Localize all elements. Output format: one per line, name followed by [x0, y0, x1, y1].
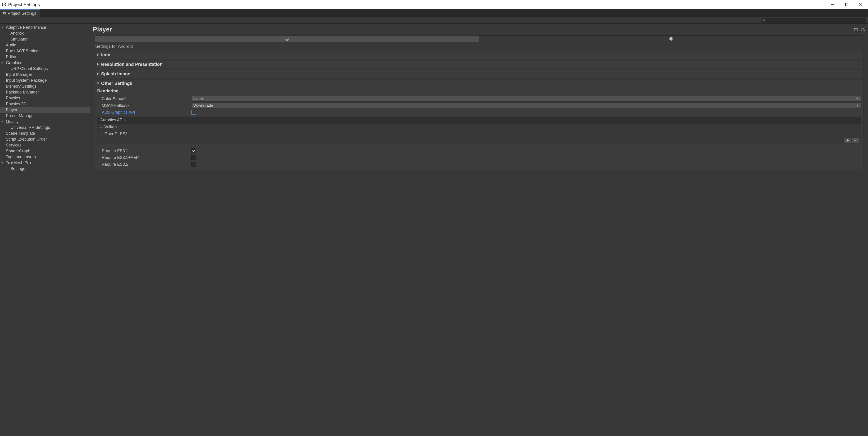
gear-icon — [2, 11, 6, 15]
foldout-other: Other Settings Rendering Color Space* Li… — [95, 79, 864, 170]
label-require-es31aep: Require ES3.1+AEP — [102, 155, 191, 160]
sidebar-item-urp-global-settings[interactable]: URP Global Settings — [0, 66, 90, 71]
svg-rect-14 — [862, 30, 863, 31]
sidebar-item-label: Simulator — [10, 37, 28, 42]
sidebar-item-shadergraph[interactable]: ShaderGraph — [0, 148, 90, 154]
window-title: Project Settings — [8, 2, 40, 7]
tab-project-settings[interactable]: Project Settings — [0, 9, 40, 17]
platform-tab-standalone[interactable] — [95, 35, 479, 42]
row-require-es32: Require ES3.2 — [97, 161, 861, 168]
tab-label: Project Settings — [8, 11, 36, 16]
page-title: Player — [93, 26, 112, 33]
platform-tab-android[interactable] — [479, 35, 864, 42]
sidebar-item-label: ShaderGraph — [6, 149, 30, 154]
sidebar-item-burst-aot-settings[interactable]: Burst AOT Settings — [0, 48, 90, 54]
chevron-icon — [1, 162, 3, 164]
checkbox-auto-graphics-api[interactable] — [191, 110, 196, 115]
search-field[interactable] — [761, 18, 866, 23]
sidebar-item-label: Services — [6, 143, 22, 147]
row-auto-graphics-api: Auto Graphics API — [97, 109, 861, 116]
rendering-header: Rendering — [97, 89, 861, 94]
sidebar-item-editor[interactable]: Editor — [0, 54, 90, 60]
svg-rect-17 — [285, 37, 289, 40]
sidebar-item-label: Android — [10, 31, 25, 36]
window-titlebar: Project Settings — [0, 0, 868, 9]
sidebar-item-label: Scene Template — [6, 131, 35, 136]
graphics-api-item[interactable]: ═ OpenGLES3 — [97, 130, 861, 137]
graphics-apis-list: Graphics APIs ═ Vulkan ═ OpenGLES3 + − — [97, 116, 861, 144]
row-msaa: MSAA Fallback Downgrade — [97, 102, 861, 109]
svg-rect-12 — [862, 28, 863, 29]
close-button[interactable] — [858, 1, 864, 8]
foldout-header-other[interactable]: Other Settings — [95, 79, 863, 87]
label-auto-graphics-api: Auto Graphics API — [102, 110, 191, 115]
platform-tabs — [95, 35, 864, 42]
sidebar-item-services[interactable]: Services — [0, 142, 90, 148]
sidebar-item-label: Player — [6, 107, 18, 112]
chevron-icon — [1, 27, 3, 28]
sidebar-item-physics-2d[interactable]: Physics 2D — [0, 101, 90, 107]
sidebar-item-label: Audio — [6, 43, 16, 47]
graphics-api-label: OpenGLES3 — [104, 132, 128, 136]
settings-sidebar[interactable]: Adaptive PerformanceAndroidSimulatorAudi… — [0, 24, 90, 436]
preset-icon[interactable] — [861, 27, 865, 31]
sidebar-item-script-execution-order[interactable]: Script Execution Order — [0, 136, 90, 142]
sidebar-item-preset-manager[interactable]: Preset Manager — [0, 113, 90, 119]
monitor-icon — [285, 36, 289, 41]
chevron-down-icon — [856, 98, 859, 99]
sidebar-item-label: Graphics — [6, 61, 22, 65]
sidebar-item-quality[interactable]: Quality — [0, 119, 90, 125]
sidebar-item-tags-and-layers[interactable]: Tags and Layers — [0, 154, 90, 160]
remove-api-button[interactable]: − — [851, 138, 859, 143]
search-input[interactable] — [767, 19, 864, 22]
sidebar-item-label: Settings — [10, 166, 25, 171]
foldout-header-icon[interactable]: Icon — [95, 51, 863, 59]
sidebar-item-memory-settings[interactable]: Memory Settings — [0, 83, 90, 89]
checkbox-require-es31aep[interactable] — [191, 155, 196, 160]
sidebar-item-label: URP Global Settings — [10, 66, 48, 71]
checkbox-require-es31[interactable] — [191, 148, 196, 153]
sidebar-item-adaptive-performance[interactable]: Adaptive Performance — [0, 25, 90, 30]
label-require-es31: Require ES3.1 — [102, 148, 191, 153]
sidebar-item-settings[interactable]: Settings — [0, 166, 90, 172]
sidebar-item-package-manager[interactable]: Package Manager — [0, 89, 90, 95]
label-require-es32: Require ES3.2 — [102, 162, 191, 167]
dropdown-msaa[interactable]: Downgrade — [191, 103, 861, 108]
sidebar-item-scene-template[interactable]: Scene Template — [0, 130, 90, 136]
foldout-header-splash[interactable]: Splash Image — [95, 70, 863, 78]
minimize-button[interactable] — [830, 1, 836, 8]
foldout-header-resolution[interactable]: Resolution and Presentation — [95, 61, 863, 68]
chevron-icon — [1, 121, 3, 123]
unity-icon — [2, 2, 6, 7]
sidebar-item-input-system-package[interactable]: Input System Package — [0, 77, 90, 83]
sidebar-item-graphics[interactable]: Graphics — [0, 60, 90, 66]
sidebar-item-label: Adaptive Performance — [6, 25, 46, 30]
sidebar-item-label: Universal RP Settings — [10, 125, 50, 130]
graphics-api-label: Vulkan — [104, 125, 117, 130]
sidebar-item-textmesh-pro[interactable]: TextMesh Pro — [0, 160, 90, 166]
graphics-api-item[interactable]: ═ Vulkan — [97, 124, 861, 130]
sidebar-item-audio[interactable]: Audio — [0, 42, 90, 48]
tab-strip: Project Settings — [0, 9, 868, 17]
sidebar-item-label: Tags and Layers — [6, 155, 36, 159]
sidebar-item-label: Burst AOT Settings — [6, 49, 40, 54]
sidebar-item-player[interactable]: Player — [0, 107, 90, 113]
sidebar-item-label: Script Execution Order — [6, 137, 47, 142]
checkbox-require-es32[interactable] — [191, 162, 196, 167]
drag-handle-icon[interactable]: ═ — [100, 125, 102, 129]
sidebar-item-simulator[interactable]: Simulator — [0, 36, 90, 42]
graphics-apis-header: Graphics APIs — [97, 117, 861, 124]
foldout-resolution: Resolution and Presentation — [95, 60, 864, 68]
drag-handle-icon[interactable]: ═ — [100, 132, 102, 136]
maximize-button[interactable] — [843, 1, 850, 8]
sidebar-item-universal-rp-settings[interactable]: Universal RP Settings — [0, 125, 90, 130]
sidebar-item-android[interactable]: Android — [0, 30, 90, 36]
sidebar-item-physics[interactable]: Physics — [0, 95, 90, 101]
android-icon — [669, 36, 674, 41]
sidebar-item-label: Physics 2D — [6, 102, 26, 106]
add-api-button[interactable]: + — [844, 138, 851, 143]
help-icon[interactable] — [854, 27, 858, 31]
toolbar — [0, 17, 868, 24]
sidebar-item-input-manager[interactable]: Input Manager — [0, 71, 90, 77]
dropdown-color-space[interactable]: Linear — [191, 96, 861, 102]
